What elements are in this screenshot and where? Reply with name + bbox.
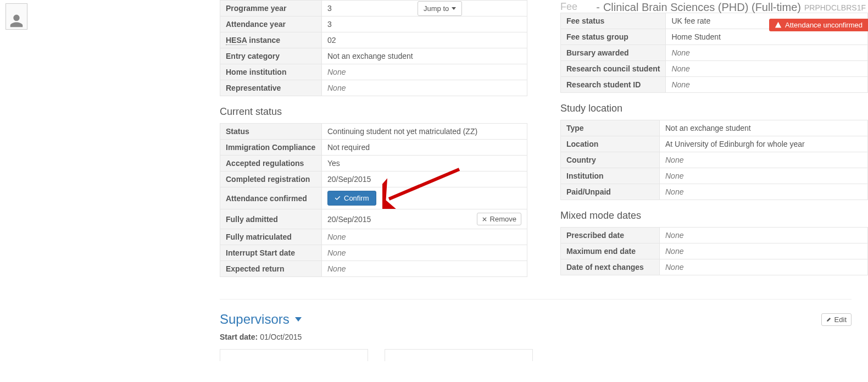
- check-icon: [335, 195, 341, 201]
- chevron-down-icon: [295, 317, 302, 322]
- jump-to-button[interactable]: Jump to: [418, 1, 462, 16]
- study-location-heading: Study location: [560, 103, 868, 114]
- value-home-institution: None: [322, 64, 527, 80]
- value-research-id: None: [666, 77, 868, 93]
- label-interrupt-start: Interrupt Start date: [220, 245, 322, 261]
- warning-icon: [775, 21, 782, 29]
- value-country: None: [660, 152, 868, 168]
- value-max-end: None: [660, 243, 868, 259]
- value-research-council: None: [666, 61, 868, 77]
- mixed-mode-heading: Mixed mode dates: [560, 210, 868, 222]
- supervisor-slot-1: [220, 349, 368, 361]
- value-location: At University of Edinburgh for whole yea…: [660, 136, 868, 152]
- value-type: Not an exchange student: [660, 120, 868, 136]
- label-attendance-confirmed: Attendance confirmed: [220, 187, 322, 209]
- jump-to-label: Jump to: [424, 4, 449, 13]
- value-interrupt-start: None: [322, 245, 527, 261]
- label-research-council: Research council student: [561, 61, 666, 77]
- label-prescribed: Prescribed date: [561, 228, 660, 243]
- label-expected-return: Expected return: [220, 261, 322, 277]
- value-prescribed: None: [660, 228, 868, 243]
- value-expected-return: None: [322, 261, 527, 277]
- value-bursary: None: [666, 45, 868, 61]
- value-fully-matriculated: None: [322, 229, 527, 245]
- value-immigration: Not required: [322, 140, 527, 156]
- label-programme-year: Programme year: [220, 1, 322, 16]
- person-icon: [8, 13, 25, 29]
- label-hesa-instance: HESA instance: [220, 32, 322, 48]
- current-status-table: Status Continuing student not yet matric…: [220, 123, 527, 277]
- label-max-end: Maximum end date: [561, 243, 660, 259]
- programme-title: Clinical Brain Sciences (PHD) (Full-time…: [603, 1, 801, 14]
- study-location-table: Type Not an exchange student Location At…: [560, 120, 868, 200]
- label-attendance-year: Attendance year: [220, 16, 322, 32]
- supervisor-slot-2: [385, 349, 533, 361]
- label-fully-matriculated: Fully matriculated: [220, 229, 322, 245]
- label-institution: Institution: [561, 168, 660, 184]
- header-dash: -: [596, 1, 600, 14]
- value-status: Continuing student not yet matriculated …: [322, 124, 527, 140]
- value-institution: None: [660, 168, 868, 184]
- value-next-changes: None: [660, 259, 868, 275]
- label-completed-reg: Completed registration: [220, 171, 322, 187]
- label-home-institution: Home institution: [220, 64, 322, 80]
- label-immigration: Immigration Compliance: [220, 140, 322, 156]
- value-attendance-year: 3: [322, 16, 527, 32]
- confirm-label: Confirm: [344, 194, 369, 202]
- value-accepted-regs: Yes: [322, 156, 527, 171]
- label-bursary: Bursary awarded: [561, 45, 666, 61]
- value-fully-admitted: 20/Sep/2015: [327, 215, 371, 224]
- value-paid: None: [660, 184, 868, 200]
- value-completed-reg: 20/Sep/2015: [322, 171, 527, 187]
- programme-details-table: Programme year 3 Attendance year 3 HESA …: [220, 0, 527, 96]
- supervisors-heading-text: Supervisors: [220, 312, 290, 327]
- label-fee-status: Fee status: [561, 13, 666, 29]
- current-status-heading: Current status: [220, 106, 544, 118]
- label-country: Country: [561, 152, 660, 168]
- value-hesa-instance: 02: [322, 32, 527, 48]
- label-status: Status: [220, 124, 322, 140]
- label-next-changes: Date of next changes: [561, 259, 660, 275]
- label-location: Location: [561, 136, 660, 152]
- label-representative: Representative: [220, 80, 322, 96]
- programme-code: PRPHDCLBRS1F: [804, 3, 866, 12]
- label-accepted-regs: Accepted regulations: [220, 156, 322, 171]
- caret-down-icon: [452, 7, 456, 10]
- value-representative: None: [322, 80, 527, 96]
- label-entry-category: Entry category: [220, 48, 322, 64]
- close-icon: [482, 217, 487, 222]
- confirm-button[interactable]: Confirm: [327, 191, 376, 206]
- label-fee-status-group: Fee status group: [561, 29, 666, 45]
- remove-button[interactable]: Remove: [477, 213, 521, 225]
- label-research-id: Research student ID: [561, 77, 666, 93]
- label-paid: Paid/Unpaid: [561, 184, 660, 200]
- supervisors-heading[interactable]: Supervisors: [220, 312, 302, 327]
- remove-label: Remove: [490, 215, 516, 223]
- value-entry-category: Not an exchange student: [322, 48, 527, 64]
- mixed-mode-table: Prescribed date None Maximum end date No…: [560, 227, 868, 275]
- alert-text: Attendance unconfirmed: [785, 21, 863, 29]
- attendance-unconfirmed-badge: Attendance unconfirmed: [769, 19, 868, 31]
- label-fully-admitted: Fully admitted: [220, 209, 322, 229]
- supervisors-start-date: Start date: 01/Oct/2015: [220, 333, 544, 341]
- label-type: Type: [561, 120, 660, 136]
- programme-header: - Clinical Brain Sciences (PHD) (Full-ti…: [538, 1, 868, 14]
- avatar: [5, 3, 27, 30]
